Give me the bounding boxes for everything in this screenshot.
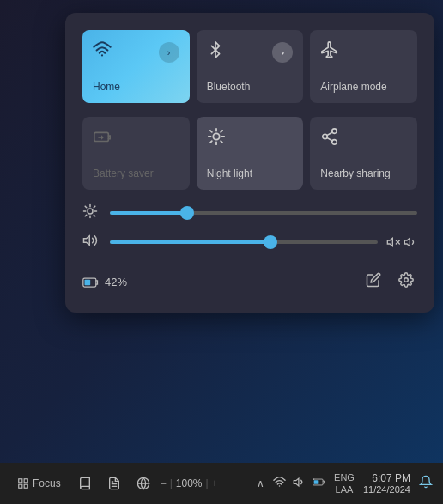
battery-saver-label: Battery saver [93,167,179,179]
zoom-label: 100% [176,477,203,489]
book-icon[interactable] [73,471,97,495]
clock-time: 6:07 PM [372,472,410,484]
quick-settings-panel: › Home › Bluetooth [65,13,434,313]
brightness-fill [110,211,187,215]
lang-line1: ENG [334,471,355,483]
battery-percent: 42% [105,276,127,288]
focus-button[interactable]: Focus [10,474,68,493]
brightness-icon [82,203,101,222]
document-icon[interactable] [102,471,126,495]
wifi-tray-icon[interactable] [273,476,286,491]
volume-thumb[interactable] [264,235,277,249]
nearby-sharing-tile[interactable]: Nearby sharing [310,117,417,190]
svg-line-24 [85,215,87,216]
taskbar: Focus − | 100% [0,463,443,504]
battery-icon [93,127,112,150]
nearby-sharing-tile-top [320,127,407,150]
datetime-display[interactable]: 6:07 PM 11/24/2024 [363,472,410,495]
zoom-control: − | 100% | + [161,477,218,489]
night-light-tile-top [207,127,294,150]
taskbar-left-group: Focus − | 100% [10,471,218,495]
wifi-icon [93,40,112,64]
svg-rect-31 [85,279,91,285]
svg-line-15 [327,132,332,136]
svg-line-8 [221,141,222,143]
clock-date: 11/24/2024 [363,484,410,495]
volume-tray-icon[interactable] [293,476,306,491]
volume-end-icons[interactable] [386,235,417,249]
svg-line-14 [327,137,332,141]
svg-rect-34 [24,479,27,483]
zoom-divider2: | [206,477,209,489]
volume-fill [110,240,270,244]
battery-saver-tile-top [93,127,179,150]
brightness-slider[interactable] [110,211,417,215]
system-tray-chevron[interactable]: ∧ [257,477,264,489]
svg-point-41 [279,485,281,487]
zoom-minus-btn[interactable]: − [161,477,167,489]
night-light-label: Night light [207,167,294,179]
zoom-plus-btn[interactable]: + [212,477,218,489]
battery-tray-icon[interactable] [313,476,325,491]
bluetooth-icon [207,40,224,64]
svg-rect-36 [19,484,22,488]
svg-line-7 [210,131,212,132]
svg-line-10 [210,141,212,143]
home-tile-top: › [93,40,179,64]
svg-rect-35 [24,484,27,488]
airplane-label: Airplane mode [320,81,407,93]
battery-status: 42% [82,276,127,289]
focus-label: Focus [33,477,61,489]
taskbar-right-group: ∧ [257,471,433,496]
svg-line-23 [94,206,95,208]
svg-marker-29 [404,238,410,246]
bluetooth-label: Bluetooth [207,81,294,93]
nearby-sharing-label: Nearby sharing [320,167,407,179]
tiles-row-2: Battery saver [82,117,417,190]
sliders-section [82,203,417,252]
volume-slider-row [82,233,417,252]
qs-bottom-bar: 42% [82,262,417,295]
volume-icon [82,233,101,252]
svg-point-16 [88,209,93,214]
home-label: Home [93,81,179,93]
svg-point-2 [213,133,219,139]
language-indicator[interactable]: ENG LAA [334,471,355,496]
system-tray-icons [273,476,325,491]
airplane-tile-top [320,40,407,64]
svg-rect-44 [314,480,319,484]
svg-marker-42 [294,478,299,486]
bluetooth-tile-top: › [207,40,294,64]
brightness-slider-row [82,203,417,222]
settings-button[interactable] [395,269,417,295]
qs-action-buttons [362,269,417,295]
home-tile[interactable]: › Home [82,30,190,103]
brightness-thumb[interactable] [180,206,194,220]
svg-point-32 [404,278,409,282]
globe-icon[interactable] [131,471,155,495]
svg-line-21 [85,206,87,208]
sun-icon [207,127,226,150]
svg-line-22 [94,215,95,216]
bluetooth-chevron[interactable]: › [272,42,293,63]
night-light-tile[interactable]: Night light [197,117,304,190]
notification-bell-icon[interactable] [419,475,433,493]
svg-line-9 [221,131,222,132]
home-chevron[interactable]: › [159,42,179,63]
svg-marker-25 [84,236,90,246]
share-icon [320,127,339,150]
lang-line2: LAA [334,483,355,495]
tiles-row-1: › Home › Bluetooth [82,30,417,103]
bluetooth-tile[interactable]: › Bluetooth [197,30,304,103]
edit-button[interactable] [362,269,385,295]
svg-rect-33 [19,479,22,483]
airplane-tile[interactable]: Airplane mode [310,30,417,103]
svg-point-0 [101,54,103,56]
svg-marker-26 [387,238,392,246]
airplane-icon [320,40,339,64]
zoom-divider: | [170,477,173,489]
battery-saver-tile[interactable]: Battery saver [82,117,190,190]
volume-slider[interactable] [110,240,378,244]
